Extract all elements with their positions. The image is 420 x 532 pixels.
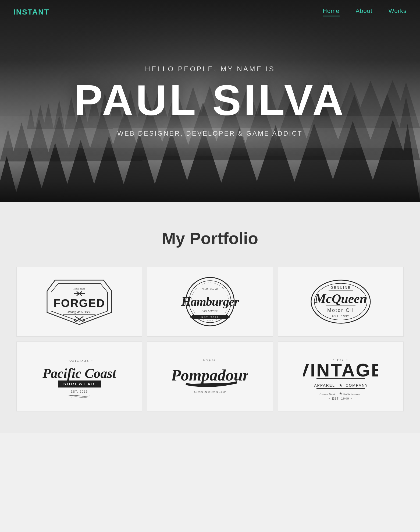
svg-text:McQueen: McQueen <box>314 291 367 306</box>
svg-text:★: ★ <box>339 383 343 387</box>
svg-text:APPAREL: APPAREL <box>314 383 335 387</box>
svg-text:Quality Garments: Quality Garments <box>343 393 360 395</box>
svg-text:slicked back since 1950: slicked back since 1950 <box>194 390 226 393</box>
portfolio-title: My Portfolio <box>16 229 404 248</box>
svg-text:COMPANY: COMPANY <box>346 383 368 387</box>
svg-text:VINTAGE: VINTAGE <box>303 360 378 380</box>
svg-text:GENUINE: GENUINE <box>330 286 351 290</box>
svg-text:EST. 2012: EST. 2012 <box>201 316 219 319</box>
svg-text:Pacific Coast: Pacific Coast <box>42 366 117 381</box>
portfolio-item-vintage[interactable]: • The • VINTAGE APPAREL COMPANY ★ Premiu… <box>278 341 404 411</box>
hero-tagline: WEB DESIGNER, DEVELOPER & GAME ADDICT <box>74 130 346 137</box>
nav-works[interactable]: Works <box>389 8 407 16</box>
svg-text:Premium Brand: Premium Brand <box>319 393 335 395</box>
navbar: INSTANT Home About Works <box>0 0 420 24</box>
svg-text:strong as STEEL: strong as STEEL <box>67 310 91 314</box>
svg-text:SURFWEAR: SURFWEAR <box>63 382 95 386</box>
svg-text:EST. 1932: EST. 1932 <box>332 315 349 318</box>
nav-about[interactable]: About <box>356 8 373 16</box>
portfolio-item-forged[interactable]: since 1921 FORGED strong as STEEL <box>16 267 142 337</box>
svg-text:Motor Oil: Motor Oil <box>327 308 354 313</box>
hero-section: HELLO PEOPLE, MY NAME IS PAUL SILVA WEB … <box>0 0 420 202</box>
svg-text:Hamburger: Hamburger <box>181 295 239 308</box>
nav-home[interactable]: Home <box>323 8 340 16</box>
svg-text:Fast Service!: Fast Service! <box>201 309 219 313</box>
hero-name: PAUL SILVA <box>74 79 346 122</box>
brand-logo: INSTANT <box>13 8 49 16</box>
portfolio-item-pompadour[interactable]: Original Pompadour slicked back since 19… <box>147 341 273 411</box>
nav-links: Home About Works <box>323 8 407 16</box>
svg-text:FORGED: FORGED <box>54 297 105 309</box>
portfolio-grid: since 1921 FORGED strong as STEEL <box>16 267 404 411</box>
svg-text:EST. 2013: EST. 2013 <box>71 390 88 393</box>
portfolio-section: My Portfolio since 1921 FORGED <box>0 202 420 433</box>
portfolio-item-mcqueen[interactable]: GENUINE McQueen Motor Oil EST. 1932 <box>278 267 404 337</box>
svg-text:Pompadour: Pompadour <box>172 366 248 384</box>
hero-content: HELLO PEOPLE, MY NAME IS PAUL SILVA WEB … <box>74 65 346 137</box>
svg-text:since 1921: since 1921 <box>73 287 85 290</box>
hero-subtitle: HELLO PEOPLE, MY NAME IS <box>74 65 346 73</box>
svg-text:★: ★ <box>339 392 342 396</box>
svg-text:~ ORIGINAL ~: ~ ORIGINAL ~ <box>65 359 93 362</box>
svg-text:~ EST. 1949 ~: ~ EST. 1949 ~ <box>329 397 353 400</box>
svg-text:Stella Food!: Stella Food! <box>202 287 218 291</box>
portfolio-item-hamburger[interactable]: Stella Food! Hamburger Fast Service! EST… <box>147 267 273 337</box>
portfolio-item-pacific[interactable]: ~ ORIGINAL ~ Pacific Coast SURFWEAR EST.… <box>16 341 142 411</box>
svg-text:Original: Original <box>203 358 217 361</box>
